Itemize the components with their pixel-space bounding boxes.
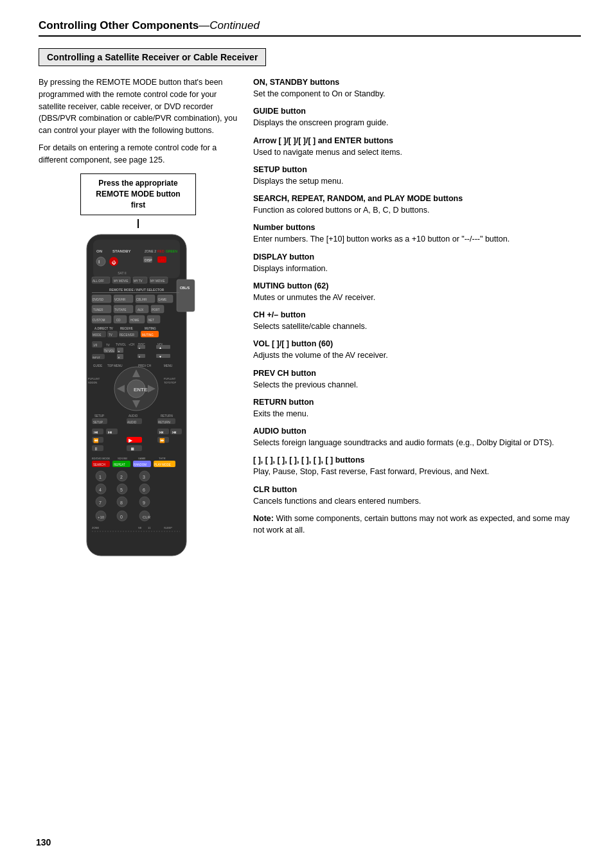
svg-text:TV: TV — [109, 327, 113, 330]
svg-text:SLEEP: SLEEP — [164, 526, 172, 529]
svg-text:GUIDE: GUIDE — [93, 364, 102, 368]
svg-text:⏭: ⏭ — [108, 430, 112, 434]
desc-entry-3: SETUP buttonDisplays the setup menu. — [253, 164, 581, 187]
desc-entry-4: SEARCH, REPEAT, RANDOM, and PLAY MODE bu… — [253, 193, 581, 216]
svg-text:TOP MENU: TOP MENU — [107, 364, 123, 368]
desc-entry-7: MUTING button (62)Mutes or unmutes the A… — [253, 280, 581, 303]
section-title: Controlling a Satellite Receiver or Cabl… — [47, 52, 258, 62]
desc-entry-8: CH +/– buttonSelects satellite/cable cha… — [253, 309, 581, 332]
svg-text:MUTING: MUTING — [142, 333, 154, 337]
desc-label-14: CLR button — [253, 485, 297, 494]
svg-text:▶: ▶ — [129, 438, 133, 443]
svg-text:⏩: ⏩ — [159, 438, 165, 443]
desc-label-1: GUIDE button — [253, 107, 306, 116]
svg-text:TOTOTOP: TOTOTOP — [164, 381, 176, 384]
svg-text:BD/DVD MODE: BD/DVD MODE — [92, 457, 111, 460]
desc-entry-14: CLR buttonCancels functions and clears e… — [253, 484, 581, 507]
desc-entry-6: DISPLAY buttonDisplays information. — [253, 251, 581, 274]
svg-rect-1 — [93, 240, 180, 278]
svg-text:TV/VOL: TV/VOL — [116, 343, 127, 346]
svg-text:SD/USB: SD/USB — [118, 457, 127, 460]
desc-entry-10: PREV CH buttonSelects the previous chann… — [253, 368, 581, 391]
desc-label-11: RETURN button — [253, 398, 314, 407]
svg-text:LAY: LAY — [159, 258, 165, 262]
svg-text:CUSTOM: CUSTOM — [93, 319, 105, 322]
svg-text:THTR: THTR — [159, 457, 166, 460]
svg-text:HOME: HOME — [130, 319, 139, 322]
svg-text:GREEN: GREEN — [166, 249, 177, 253]
remote-image: CBL/S ON STANDBY ZONE 2 RED GREEN I ⏻ — [74, 228, 202, 564]
svg-text:CLR: CLR — [143, 515, 151, 519]
svg-text:ALL OFF: ALL OFF — [93, 279, 104, 283]
svg-text:REMOTE MODE / INPUT SELECTOR: REMOTE MODE / INPUT SELECTOR — [109, 288, 164, 292]
svg-text:SDDDN: SDDDN — [88, 381, 97, 384]
svg-text:CBL/HR: CBL/HR — [136, 298, 147, 301]
note-label: Note: — [253, 514, 274, 523]
page-header: Controlling Other Components—Continued — [39, 19, 581, 37]
note-text: With some components, certain buttons ma… — [253, 514, 570, 535]
svg-text:CD: CD — [116, 319, 121, 322]
desc-text-2: Used to navigate menus and select items. — [253, 148, 402, 157]
svg-text:⏹: ⏹ — [130, 447, 135, 451]
svg-text:GAME: GAME — [138, 457, 146, 460]
svg-text:RETURN: RETURN — [161, 414, 173, 418]
svg-text:11: 11 — [148, 526, 151, 529]
svg-text:▼: ▼ — [159, 355, 162, 359]
svg-text:SETUP: SETUP — [94, 414, 104, 418]
main-content: By pressing the REMOTE MODE button that'… — [39, 76, 581, 564]
svg-text:TV VOL: TV VOL — [104, 350, 115, 353]
desc-text-0: Set the component to On or Standby. — [253, 89, 385, 98]
page-title: Controlling Other Components—Continued — [39, 19, 260, 31]
desc-entry-2: Arrow [ ]/[ ]/[ ]/[ ] and ENTER buttonsU… — [253, 135, 581, 158]
intro-text: By pressing the REMOTE MODE button that'… — [39, 76, 238, 166]
svg-text:A.DIRECT: A.DIRECT — [94, 327, 109, 330]
descriptions-container: ON, STANDBY buttonsSet the component to … — [253, 76, 581, 507]
svg-text:PLPLLIST: PLPLLIST — [164, 377, 176, 380]
svg-text:+CH: +CH — [129, 343, 134, 346]
desc-text-5: Enter numbers. The [+10] button works as… — [253, 235, 510, 244]
svg-text:STANDBY: STANDBY — [112, 249, 131, 253]
svg-text:2: 2 — [120, 475, 123, 479]
svg-text:⏸: ⏸ — [94, 447, 98, 451]
svg-text:RECEIVE: RECEIVE — [120, 327, 133, 330]
svg-text:▲: ▲ — [159, 346, 162, 350]
svg-text:S8: S8 — [138, 526, 142, 529]
svg-text:0: 0 — [120, 515, 123, 519]
desc-text-6: Displays information. — [253, 264, 328, 273]
svg-text:RETURN: RETURN — [158, 421, 170, 424]
svg-text:+10: +10 — [98, 515, 105, 519]
section-box: Controlling a Satellite Receiver or Cabl… — [39, 48, 266, 66]
svg-text:▼: ▼ — [138, 355, 141, 359]
svg-text:ZONE 2: ZONE 2 — [145, 249, 156, 253]
desc-text-1: Displays the onscreen program guide. — [253, 118, 389, 127]
svg-text:AUDIO: AUDIO — [127, 421, 137, 424]
desc-entry-0: ON, STANDBY buttonsSet the component to … — [253, 76, 581, 100]
svg-text:▲: ▲ — [138, 346, 141, 350]
svg-text:INPUT: INPUT — [93, 356, 101, 359]
svg-text:RANDOM: RANDOM — [134, 463, 147, 466]
svg-text:⏭: ⏭ — [159, 430, 164, 434]
desc-label-6: DISPLAY button — [253, 252, 314, 261]
svg-text:3: 3 — [143, 475, 145, 479]
right-column: ON, STANDBY buttonsSet the component to … — [253, 76, 581, 564]
callout-box: Press the appropriate REMOTE MODE button… — [80, 173, 196, 215]
desc-text-7: Mutes or unmutes the AV receiver. — [253, 293, 375, 302]
desc-entry-1: GUIDE buttonDisplays the onscreen progra… — [253, 105, 581, 128]
svg-text:DVD/SD: DVD/SD — [93, 298, 104, 301]
svg-text:ZONE: ZONE — [92, 526, 99, 529]
desc-label-8: CH +/– button — [253, 310, 306, 319]
svg-text:RED: RED — [157, 249, 164, 253]
remote-container: Press the appropriate REMOTE MODE button… — [39, 173, 238, 563]
svg-text:MY TV: MY TV — [134, 279, 143, 283]
svg-rect-2 — [177, 279, 195, 312]
desc-label-3: SETUP button — [253, 165, 307, 174]
desc-text-10: Selects the previous channel. — [253, 380, 358, 389]
desc-text-9: Adjusts the volume of the AV receiver. — [253, 351, 388, 360]
desc-entry-11: RETURN buttonExits the menu. — [253, 396, 581, 420]
desc-text-13: Play, Pause, Stop, Fast reverse, Fast fo… — [253, 467, 489, 476]
svg-text:1/0: 1/0 — [93, 344, 98, 347]
desc-label-9: VOL [ ]/[ ] button (60) — [253, 339, 333, 348]
svg-text:MY MOVIE: MY MOVIE — [150, 279, 164, 283]
svg-text:AUDIO: AUDIO — [129, 414, 138, 418]
svg-text:4: 4 — [99, 488, 102, 492]
